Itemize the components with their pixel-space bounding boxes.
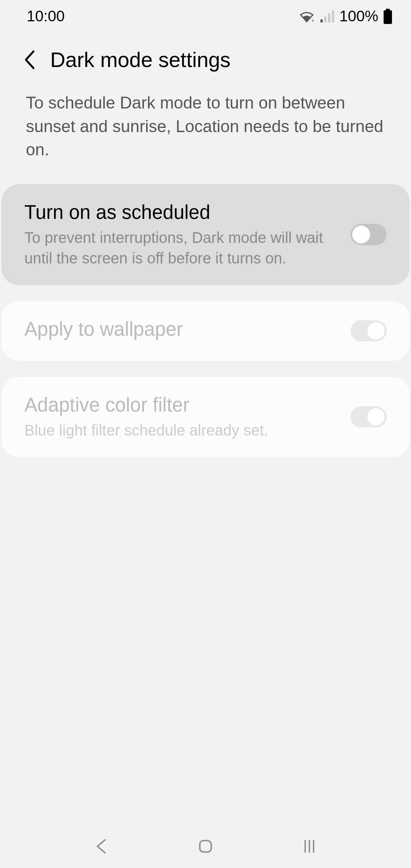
- back-icon[interactable]: [23, 49, 37, 70]
- battery-icon: [383, 9, 393, 24]
- setting-scheduled[interactable]: Turn on as scheduled To prevent interrup…: [2, 184, 409, 285]
- signal-icon: [320, 10, 335, 23]
- svg-rect-4: [332, 10, 334, 22]
- navigation-bar: [0, 826, 411, 868]
- toggle-wallpaper[interactable]: [350, 320, 387, 341]
- toggle-adaptive-filter[interactable]: [350, 406, 387, 428]
- status-indicators: + 100%: [298, 8, 393, 25]
- wifi-icon: +: [298, 10, 315, 23]
- toggle-scheduled[interactable]: [350, 224, 387, 245]
- setting-subtitle: To prevent interruptions, Dark mode will…: [24, 227, 335, 268]
- setting-content: Apply to wallpaper: [24, 318, 350, 344]
- svg-rect-1: [320, 19, 323, 22]
- setting-content: Turn on as scheduled To prevent interrup…: [24, 201, 350, 268]
- status-bar: 10:00 + 100%: [0, 0, 411, 32]
- svg-rect-2: [324, 16, 327, 22]
- toggle-knob: [352, 225, 370, 244]
- setting-adaptive-filter[interactable]: Adaptive color filter Blue light filter …: [2, 377, 409, 457]
- svg-rect-7: [200, 841, 211, 852]
- setting-title: Adaptive color filter: [24, 394, 335, 416]
- toggle-knob: [367, 408, 385, 426]
- toggle-knob: [367, 322, 385, 340]
- nav-recent-button[interactable]: [300, 837, 319, 857]
- battery-percent: 100%: [339, 8, 378, 25]
- setting-title: Apply to wallpaper: [24, 318, 335, 340]
- page-title: Dark mode settings: [50, 48, 231, 72]
- svg-text:+: +: [311, 18, 314, 23]
- svg-rect-3: [328, 13, 330, 22]
- setting-subtitle: Blue light filter schedule already set.: [24, 420, 335, 440]
- setting-title: Turn on as scheduled: [24, 201, 335, 223]
- header: Dark mode settings: [0, 32, 411, 91]
- nav-home-button[interactable]: [196, 837, 215, 857]
- svg-rect-6: [384, 10, 392, 24]
- nav-back-button[interactable]: [92, 837, 111, 857]
- svg-rect-5: [386, 9, 390, 10]
- setting-content: Adaptive color filter Blue light filter …: [24, 394, 350, 440]
- info-text: To schedule Dark mode to turn on between…: [0, 91, 411, 184]
- status-time: 10:00: [27, 8, 65, 25]
- setting-wallpaper[interactable]: Apply to wallpaper: [2, 301, 409, 361]
